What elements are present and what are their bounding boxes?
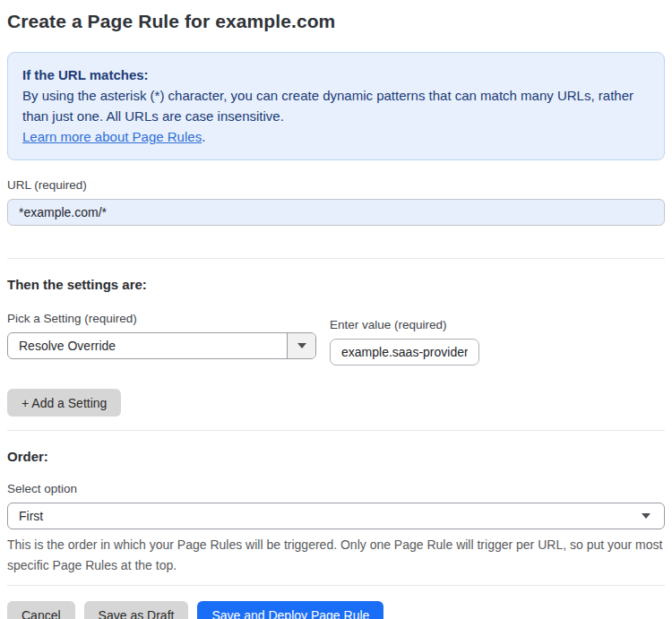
setting-row: Pick a Setting (required) Resolve Overri…: [7, 312, 665, 365]
form-actions: Cancel Save as Draft Save and Deploy Pag…: [7, 601, 665, 619]
order-select-value: First: [8, 509, 642, 523]
save-and-deploy-button[interactable]: Save and Deploy Page Rule: [197, 601, 383, 619]
setting-select-column: Pick a Setting (required) Resolve Overri…: [7, 312, 316, 365]
info-box-body-text: By using the asterisk (*) character, you…: [22, 88, 633, 124]
divider: [7, 430, 665, 431]
chevron-down-icon: [297, 343, 306, 348]
divider: [7, 258, 665, 259]
chevron-down-icon: [642, 513, 650, 519]
setting-select-label: Pick a Setting (required): [7, 312, 316, 325]
info-box-body: By using the asterisk (*) character, you…: [22, 85, 650, 147]
setting-value-label: Enter value (required): [330, 318, 479, 331]
url-input[interactable]: [7, 199, 665, 226]
setting-select-arrow-box[interactable]: [287, 333, 315, 358]
setting-select[interactable]: Resolve Override: [7, 332, 316, 359]
info-box-heading: If the URL matches:: [22, 64, 650, 85]
link-suffix: .: [202, 129, 205, 144]
url-matches-info-box: If the URL matches: By using the asteris…: [7, 52, 665, 160]
order-help-text: This is the order in which your Page Rul…: [7, 535, 665, 576]
add-setting-button[interactable]: + Add a Setting: [7, 389, 121, 417]
divider: [7, 585, 665, 586]
setting-value-input[interactable]: [330, 339, 479, 365]
order-select-label: Select option: [7, 482, 665, 495]
cancel-button[interactable]: Cancel: [7, 601, 75, 619]
learn-more-link[interactable]: Learn more about Page Rules: [22, 129, 202, 144]
setting-select-value: Resolve Override: [8, 339, 287, 353]
url-field-label: URL (required): [7, 178, 665, 192]
setting-value-column: Enter value (required): [330, 312, 479, 365]
order-section-heading: Order:: [7, 449, 665, 464]
order-select[interactable]: First: [7, 503, 665, 529]
page-rule-form: Create a Page Rule for example.com If th…: [0, 0, 672, 619]
save-as-draft-button[interactable]: Save as Draft: [84, 601, 189, 619]
settings-section-heading: Then the settings are:: [7, 277, 665, 292]
page-title: Create a Page Rule for example.com: [7, 11, 665, 32]
